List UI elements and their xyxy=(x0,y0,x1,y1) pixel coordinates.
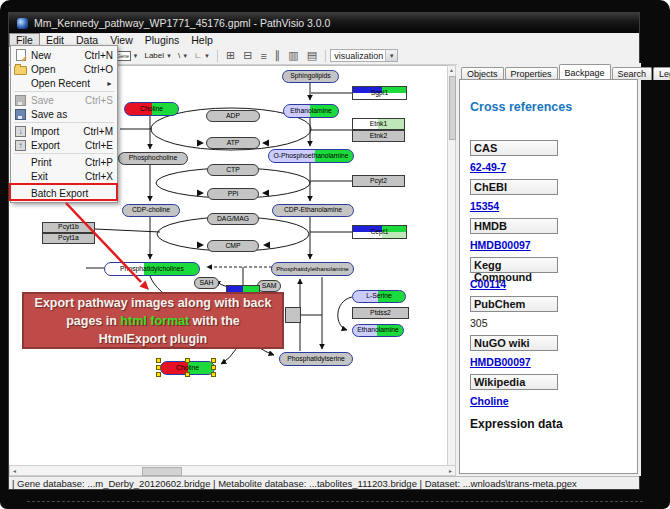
section-header: Kegg Compound xyxy=(470,257,558,273)
dropdown-arrow-icon[interactable]: ▼ xyxy=(385,50,397,61)
gene-node-sgpl1[interactable]: Sgpl1 xyxy=(352,86,407,100)
horizontal-scrollbar[interactable]: ◄ ► xyxy=(9,465,456,476)
node-sphingolipids[interactable]: Sphingolipids xyxy=(282,70,339,83)
cross-reference-link[interactable]: C00114 xyxy=(470,278,637,290)
dropdown-arrow-icon: ▼ xyxy=(182,53,188,59)
selection-handle[interactable] xyxy=(156,372,161,377)
backpage-section-wikipedia: Wikipedia Choline xyxy=(470,374,637,407)
section-header: PubChem xyxy=(470,296,558,312)
cross-reference-link[interactable]: Choline xyxy=(470,395,637,407)
gene-node-etnk1[interactable]: Etnk1 xyxy=(352,118,405,130)
backpage-section-kegg: Kegg Compound C00114 xyxy=(470,257,637,290)
connector-tool-button[interactable]: ∟ ▼ xyxy=(191,50,213,61)
selection-handle[interactable] xyxy=(211,372,216,377)
menu-plugins[interactable]: Plugins xyxy=(139,33,185,47)
selection-handle[interactable] xyxy=(156,358,161,363)
menu-help[interactable]: Help xyxy=(185,33,219,47)
menu-item-export[interactable]: ↑ ExportCtrl+E xyxy=(11,138,117,152)
align-center-x-icon[interactable]: ⊞ xyxy=(222,49,239,62)
line-tool-button[interactable]: \ ▼ xyxy=(175,50,191,61)
distribute-vertical-icon[interactable]: ∥ xyxy=(271,49,285,62)
export-icon: ↑ xyxy=(15,140,26,151)
import-icon: ↓ xyxy=(15,126,26,137)
gene-node-ptdss2[interactable]: Ptdss2 xyxy=(352,307,409,319)
cross-references-heading: Cross references xyxy=(470,100,637,114)
menu-separator xyxy=(14,91,114,92)
cross-reference-value: 305 xyxy=(470,317,637,329)
section-header: HMDB xyxy=(470,218,558,234)
gene-node-pcyt2[interactable]: Pcyt2 xyxy=(352,175,405,187)
section-header: NuGO wiki xyxy=(470,335,558,351)
selection-handle[interactable] xyxy=(185,372,190,377)
node-dag-mag[interactable]: DAG/MAG xyxy=(207,213,259,225)
tab-backpage[interactable]: Backpage xyxy=(559,64,611,80)
node-adp[interactable]: ADP xyxy=(206,110,260,122)
menu-item-save[interactable]: SaveCtrl+S xyxy=(11,93,117,107)
node-phosphatidylethanolamine[interactable]: Phosphatidylethanolamine xyxy=(271,262,354,276)
dropdown-arrow-icon: ▼ xyxy=(133,53,139,59)
menu-item-open-recent[interactable]: Open Recent ► xyxy=(11,76,117,90)
node-atp[interactable]: ATP xyxy=(206,137,260,149)
node-ppi[interactable]: PPi xyxy=(207,188,259,200)
node-ethanolamine-top[interactable]: Ethanolamine xyxy=(283,104,339,118)
annotation-callout: Export pathway images along with back pa… xyxy=(22,292,284,349)
horizontal-scroll-thumb[interactable] xyxy=(142,467,182,476)
node-phosphatidylserine[interactable]: Phosphatidylserine xyxy=(279,352,353,366)
label-tool-text: Label xyxy=(144,51,164,60)
menu-item-save-as[interactable]: Save as xyxy=(11,107,117,121)
align-center-y-icon[interactable]: ⊟ xyxy=(239,49,256,62)
scroll-up-icon[interactable]: ▲ xyxy=(448,67,455,73)
node-phosphocholine[interactable]: Phosphocholine xyxy=(118,152,188,165)
app-icon xyxy=(17,18,28,29)
label-tool-button[interactable]: Label ▼ xyxy=(141,50,175,61)
backpage-section-pubchem: PubChem 305 xyxy=(470,296,637,329)
selection-handle[interactable] xyxy=(211,358,216,363)
line-icon: \ xyxy=(178,51,180,60)
gene-node-etnk2[interactable]: Etnk2 xyxy=(352,130,405,142)
node-cdp-ethanolamine[interactable]: CDP-Ethanolamine xyxy=(272,204,354,217)
node-cmp[interactable]: CMP xyxy=(207,240,259,252)
menu-separator xyxy=(14,153,114,154)
scroll-right-icon[interactable]: ► xyxy=(446,468,455,474)
vertical-scroll-thumb[interactable] xyxy=(449,76,456,140)
gene-node-pcyt1b[interactable]: Pcyt1b xyxy=(42,222,95,233)
cross-reference-link[interactable]: 62-49-7 xyxy=(470,161,637,173)
cross-reference-link[interactable]: HMDB00097 xyxy=(470,356,637,368)
gene-node-pcyt1a[interactable]: Pcyt1a xyxy=(42,233,95,244)
node-cdp-choline[interactable]: CDP-choline xyxy=(122,204,180,217)
new-file-icon xyxy=(16,49,26,61)
common-width-icon[interactable]: ▥ xyxy=(284,49,302,62)
distribute-horizontal-icon[interactable]: ≡ xyxy=(256,50,270,62)
node-sah[interactable]: SAH xyxy=(194,277,219,289)
connector-icon: ∟ xyxy=(194,51,202,60)
vertical-scrollbar[interactable]: ▲ xyxy=(447,65,456,476)
gene-node-cept1[interactable]: Cept1 xyxy=(352,225,407,239)
tab-legend[interactable]: Legend xyxy=(653,67,670,80)
menu-item-exit[interactable]: ExitCtrl+X xyxy=(11,169,117,183)
scroll-left-icon[interactable]: ◄ xyxy=(10,468,19,474)
node-o-phosphoethanolamine[interactable]: O-Phosphoethanolamine xyxy=(268,149,354,163)
selection-handle[interactable] xyxy=(211,365,216,370)
menu-item-new[interactable]: NewCtrl+N xyxy=(11,48,117,62)
menu-item-open[interactable]: OpenCtrl+O xyxy=(11,62,117,76)
selection-handle[interactable] xyxy=(156,365,161,370)
node-choline-top[interactable]: Choline xyxy=(124,102,179,116)
node-l-serine[interactable]: L-Serine xyxy=(352,290,406,303)
node-sam[interactable]: SAM xyxy=(257,280,281,292)
node-ethanolamine-bottom[interactable]: Ethanolamine xyxy=(352,324,404,337)
node-phosphatidylcholines[interactable]: Phosphatidylcholines xyxy=(104,262,200,276)
annotation-line2: pages in html format with the xyxy=(24,312,282,330)
visualization-combobox[interactable]: visualization ▼ xyxy=(330,49,398,62)
backpage-section-chebi: ChEBI 15354 xyxy=(470,179,637,212)
common-height-icon[interactable]: ▤ xyxy=(303,49,321,62)
menu-item-import[interactable]: ↓ ImportCtrl+M xyxy=(11,124,117,138)
gene-node-partial-2[interactable] xyxy=(285,307,301,323)
visualization-value: visualization xyxy=(334,51,383,61)
menu-item-print[interactable]: PrintCtrl+P xyxy=(11,155,117,169)
node-ctp[interactable]: CTP xyxy=(207,164,259,176)
selection-handle[interactable] xyxy=(185,358,190,363)
cross-reference-link[interactable]: 15354 xyxy=(470,200,637,212)
title-bar: Mm_Kennedy_pathway_WP1771_45176.gpml - P… xyxy=(9,13,639,33)
cross-reference-link[interactable]: HMDB00097 xyxy=(470,239,637,251)
backpage-section-cas: CAS 62-49-7 xyxy=(470,140,637,173)
